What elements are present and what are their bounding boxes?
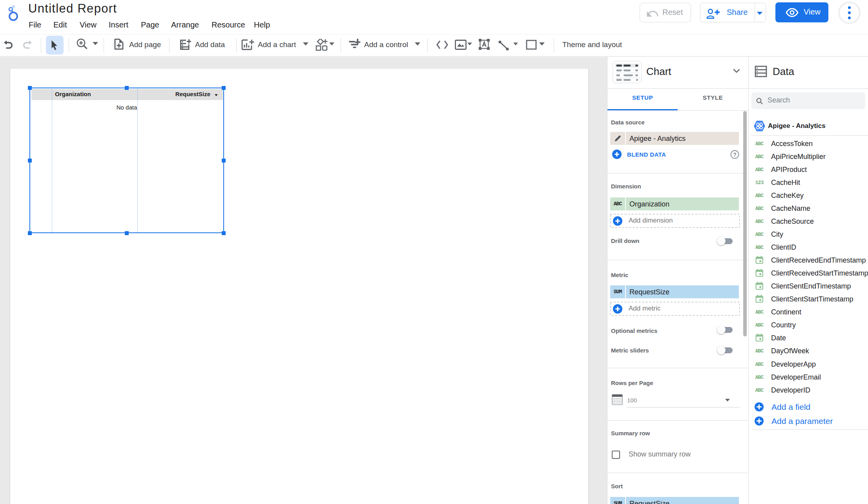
svg-text:?: ? xyxy=(733,152,737,158)
